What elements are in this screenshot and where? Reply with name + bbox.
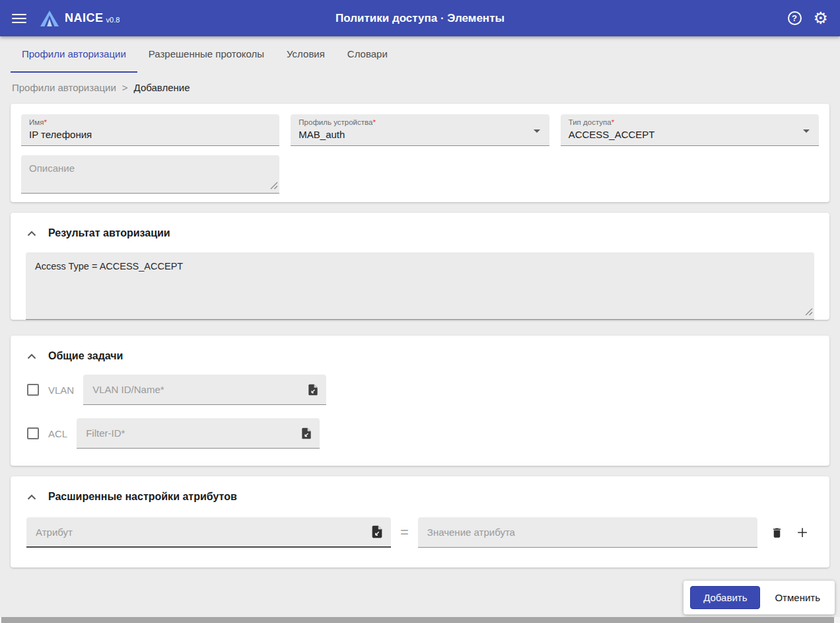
chevron-down-icon bbox=[534, 129, 540, 133]
breadcrumb-current: Добавление bbox=[134, 82, 190, 93]
attribute-field bbox=[26, 517, 391, 548]
acl-label: ACL bbox=[48, 428, 67, 439]
tab-label: Условия bbox=[287, 48, 325, 59]
tab-label: Словари bbox=[347, 48, 388, 59]
required-asterisk: * bbox=[612, 118, 614, 126]
form-actions-bar: Добавить Отменить bbox=[683, 581, 835, 614]
general-form-card: Имя* Профиль устройства* MAB_auth Тип до… bbox=[11, 104, 829, 202]
authorization-result-field: Access Type = ACCESS_ACCEPT bbox=[26, 252, 814, 320]
vlan-task-row: VLAN bbox=[11, 371, 829, 415]
delete-trash-icon[interactable] bbox=[771, 526, 783, 540]
tab-conditions[interactable]: Условия bbox=[275, 36, 336, 73]
name-field-label: Имя* bbox=[29, 118, 271, 127]
name-input[interactable] bbox=[29, 128, 271, 141]
advanced-attributes-card: Расширенные настройки атрибутов = bbox=[11, 476, 829, 568]
required-asterisk: * bbox=[372, 118, 375, 126]
vlan-checkbox[interactable] bbox=[27, 384, 39, 396]
tab-label: Разрешенные протоколы bbox=[149, 48, 264, 59]
attribute-row: = bbox=[11, 512, 829, 568]
insert-from-dictionary-icon[interactable] bbox=[370, 525, 384, 539]
vlan-input[interactable] bbox=[92, 384, 301, 395]
access-type-label: Тип доступа* bbox=[569, 118, 811, 127]
chevron-down-icon bbox=[803, 129, 810, 133]
acl-checkbox[interactable] bbox=[27, 427, 39, 439]
device-profile-label: Профиль устройства* bbox=[298, 118, 541, 127]
acl-task-row: ACL bbox=[11, 415, 829, 466]
submit-button[interactable]: Добавить bbox=[690, 586, 760, 609]
attribute-input[interactable] bbox=[36, 527, 365, 538]
horizontal-scrollbar bbox=[0, 617, 840, 623]
section-title: Расширенные настройки атрибутов bbox=[48, 491, 237, 503]
tab-label: Профили авторизации bbox=[22, 48, 126, 59]
app-name: NAICE bbox=[65, 11, 104, 25]
name-field: Имя* bbox=[21, 114, 279, 146]
gear-glyph: ⚙ bbox=[814, 9, 828, 27]
label-text: Тип доступа bbox=[569, 118, 612, 126]
app-logo-icon bbox=[40, 10, 59, 27]
attribute-value-input[interactable] bbox=[427, 527, 750, 538]
app-version: v0.8 bbox=[106, 16, 120, 24]
settings-gear-icon[interactable]: ⚙ bbox=[814, 10, 828, 26]
breadcrumb-root-link[interactable]: Профили авторизации bbox=[12, 82, 116, 93]
section-title: Общие задачи bbox=[48, 350, 123, 362]
breadcrumb-separator: > bbox=[122, 82, 128, 93]
access-type-select[interactable]: Тип доступа* ACCESS_ACCEPT bbox=[561, 114, 819, 146]
authorization-result-textarea[interactable]: Access Type = ACCESS_ACCEPT bbox=[26, 252, 814, 319]
section-title: Результат авторизации bbox=[48, 227, 170, 239]
cancel-button[interactable]: Отменить bbox=[767, 587, 828, 608]
page-title: Политики доступа · Элементы bbox=[335, 12, 505, 25]
vlan-field bbox=[83, 375, 326, 405]
app-bar: NAICE v0.8 Политики доступа · Элементы ?… bbox=[0, 0, 840, 36]
access-type-value: ACCESS_ACCEPT bbox=[569, 128, 811, 141]
scrollbar-thumb[interactable] bbox=[1, 617, 834, 623]
acl-field bbox=[77, 418, 320, 449]
label-text: Имя bbox=[29, 118, 44, 126]
vlan-label: VLAN bbox=[48, 385, 74, 396]
help-icon[interactable]: ? bbox=[788, 11, 802, 25]
label-text: Профиль устройства bbox=[298, 118, 372, 126]
insert-from-dictionary-icon[interactable] bbox=[300, 427, 313, 440]
attribute-value-field bbox=[418, 517, 757, 548]
device-profile-value: MAB_auth bbox=[298, 128, 541, 141]
description-field bbox=[21, 155, 279, 194]
tab-allowed-protocols[interactable]: Разрешенные протоколы bbox=[137, 36, 275, 73]
required-asterisk: * bbox=[44, 118, 46, 126]
collapse-chevron-icon[interactable] bbox=[27, 230, 36, 237]
tab-dictionaries[interactable]: Словари bbox=[336, 36, 399, 73]
breadcrumb: Профили авторизации > Добавление bbox=[0, 73, 840, 104]
insert-from-dictionary-icon[interactable] bbox=[306, 383, 320, 396]
help-glyph: ? bbox=[792, 13, 797, 23]
menu-icon[interactable] bbox=[12, 11, 26, 26]
equals-sign: = bbox=[400, 524, 409, 541]
add-plus-icon[interactable] bbox=[795, 525, 810, 540]
device-profile-select[interactable]: Профиль устройства* MAB_auth bbox=[291, 114, 549, 146]
description-textarea[interactable] bbox=[21, 155, 279, 193]
collapse-chevron-icon[interactable] bbox=[27, 494, 36, 500]
tab-bar: Профили авторизации Разрешенные протокол… bbox=[0, 36, 840, 73]
authorization-result-card: Результат авторизации Access Type = ACCE… bbox=[11, 213, 829, 320]
collapse-chevron-icon[interactable] bbox=[27, 353, 36, 359]
tab-authorization-profiles[interactable]: Профили авторизации bbox=[11, 36, 137, 73]
acl-input[interactable] bbox=[86, 427, 295, 439]
common-tasks-card: Общие задачи VLAN ACL bbox=[11, 336, 829, 466]
